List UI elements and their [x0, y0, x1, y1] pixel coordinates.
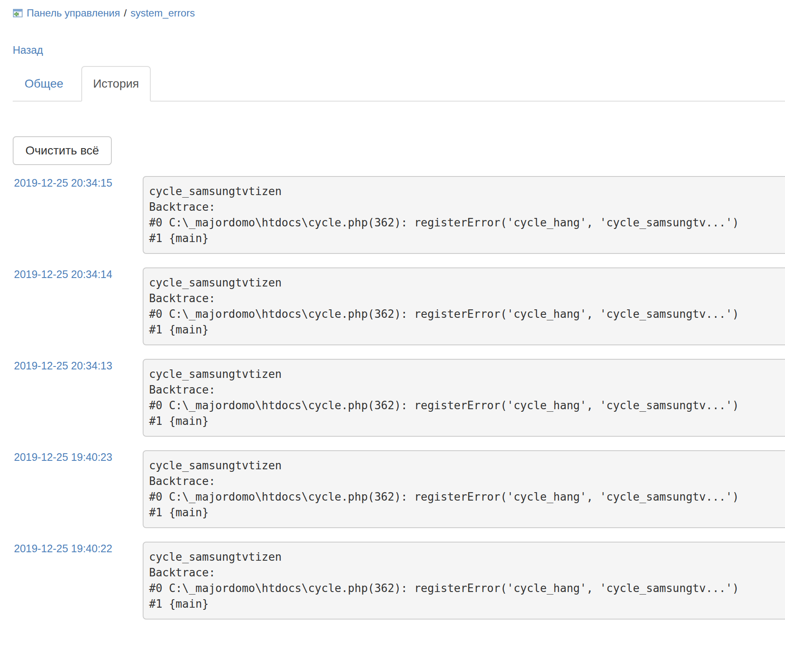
entry-details-cell: cycle_samsungtvtizen Backtrace: #0 C:\_m… [143, 176, 785, 267]
entry-timestamp-link[interactable]: 2019-12-25 20:34:13 [14, 360, 112, 372]
entry-timestamp-link[interactable]: 2019-12-25 19:40:22 [14, 543, 112, 554]
page: Панель управления / system_errors Назад … [0, 0, 785, 633]
entry-timestamp-cell: 2019-12-25 20:34:15 [13, 176, 143, 190]
breadcrumb: Панель управления / system_errors [13, 7, 785, 19]
entry-details-cell: cycle_samsungtvtizen Backtrace: #0 C:\_m… [143, 542, 785, 633]
entry-details-cell: cycle_samsungtvtizen Backtrace: #0 C:\_m… [143, 267, 785, 359]
entry-details: cycle_samsungtvtizen Backtrace: #0 C:\_m… [143, 450, 785, 528]
entry-timestamp-link[interactable]: 2019-12-25 20:34:15 [14, 177, 112, 189]
application-window-icon [13, 8, 23, 18]
history-entry: 2019-12-25 20:34:14 cycle_samsungtvtizen… [13, 267, 785, 359]
history-entry: 2019-12-25 19:40:23 cycle_samsungtvtizen… [13, 450, 785, 542]
entry-timestamp-link[interactable]: 2019-12-25 20:34:14 [14, 268, 112, 280]
entry-timestamp-cell: 2019-12-25 19:40:23 [13, 450, 143, 464]
entry-timestamp-cell: 2019-12-25 19:40:22 [13, 542, 143, 555]
entry-timestamp-cell: 2019-12-25 20:34:13 [13, 359, 143, 372]
tab-bar: Общее История [13, 66, 785, 102]
breadcrumb-home-link[interactable]: Панель управления [27, 7, 120, 19]
breadcrumb-separator: / [124, 7, 127, 19]
back-row: Назад [13, 44, 785, 56]
breadcrumb-current-link[interactable]: system_errors [130, 7, 195, 19]
back-link[interactable]: Назад [13, 44, 43, 56]
history-entry: 2019-12-25 20:34:15 cycle_samsungtvtizen… [13, 176, 785, 267]
history-list: 2019-12-25 20:34:15 cycle_samsungtvtizen… [13, 176, 785, 633]
entry-timestamp-link[interactable]: 2019-12-25 19:40:23 [14, 451, 112, 463]
entry-details: cycle_samsungtvtizen Backtrace: #0 C:\_m… [143, 267, 785, 345]
entry-timestamp-cell: 2019-12-25 20:34:14 [13, 267, 143, 281]
tab-general[interactable]: Общее [13, 66, 75, 102]
entry-details-cell: cycle_samsungtvtizen Backtrace: #0 C:\_m… [143, 450, 785, 542]
entry-details: cycle_samsungtvtizen Backtrace: #0 C:\_m… [143, 176, 785, 254]
entry-details: cycle_samsungtvtizen Backtrace: #0 C:\_m… [143, 542, 785, 620]
clear-all-button[interactable]: Очистить всё [13, 136, 112, 165]
entry-details: cycle_samsungtvtizen Backtrace: #0 C:\_m… [143, 359, 785, 437]
history-entry: 2019-12-25 19:40:22 cycle_samsungtvtizen… [13, 542, 785, 633]
tab-history[interactable]: История [81, 66, 151, 102]
entry-details-cell: cycle_samsungtvtizen Backtrace: #0 C:\_m… [143, 359, 785, 450]
history-entry: 2019-12-25 20:34:13 cycle_samsungtvtizen… [13, 359, 785, 450]
